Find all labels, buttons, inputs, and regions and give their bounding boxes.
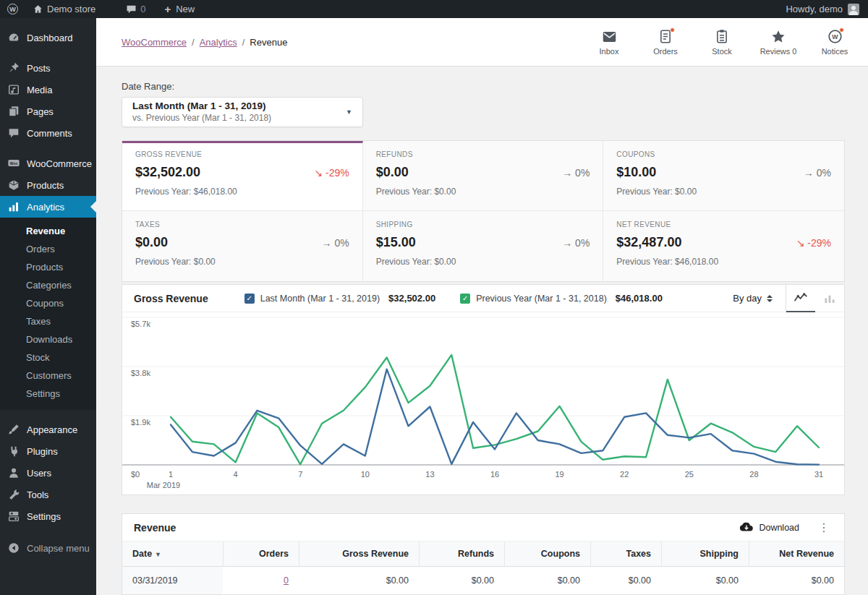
sidebar-item-dashboard[interactable]: Dashboard [0,27,96,48]
column-header-shipping[interactable]: Shipping [661,542,749,567]
products-box-icon [7,179,20,192]
legend-last-month[interactable]: ✓ Last Month (Mar 1 - 31, 2019) $32,502.… [244,293,435,304]
chart-area[interactable]: $0$1.9k$3.8k$5.7k1471013161922252831Mar … [122,312,844,495]
card-delta: ↘ -29% [796,237,831,249]
sidebar-item-label: Users [27,468,51,479]
menu-separator [0,410,96,419]
breadcrumb-woocommerce-link[interactable]: WooCommerce [122,37,187,48]
card-value: $0.00 [135,235,168,250]
submenu-item-settings[interactable]: Settings [0,385,96,403]
chart-title: Gross Revenue [134,293,208,304]
submenu-item-stock[interactable]: Stock [0,348,96,367]
card-previous: Previous Year: $0.00 [376,257,590,267]
download-button[interactable]: Download [739,522,799,533]
card-net-revenue[interactable]: NET REVENUE $32,487.00↘ -29% Previous Ye… [603,211,844,281]
card-delta: → 0% [804,167,831,179]
column-header-refunds[interactable]: Refunds [419,542,504,567]
interval-value: By day [733,293,762,304]
sidebar-item-plugins[interactable]: Plugins [0,440,96,462]
new-label: New [176,4,195,14]
card-value: $32,502.00 [135,165,200,180]
kebab-menu-icon[interactable]: ⋮ [815,521,833,534]
collapse-arrow-icon [7,542,20,555]
checkbox-checked-icon[interactable]: ✓ [244,294,255,304]
submenu-item-taxes[interactable]: Taxes [0,312,96,330]
account-menu[interactable]: Howdy, demo [777,4,868,15]
card-label: COUPONS [616,150,831,158]
sidebar-item-appearance[interactable]: Appearance [0,419,96,440]
column-header-orders[interactable]: Orders [223,542,299,567]
legend-label: Last Month (Mar 1 - 31, 2019) [260,294,380,304]
wordpress-logo-icon[interactable]: W [0,0,25,18]
legend-previous-year[interactable]: ✓ Previous Year (Mar 1 - 31, 2018) $46,0… [460,293,663,304]
submenu-item-coupons[interactable]: Coupons [0,294,96,312]
sidebar-item-label: Media [27,85,52,95]
cell-date: 03/31/2019 [122,567,223,594]
cell-net-revenue: $0.00 [749,567,844,594]
orders-button[interactable]: Orders [647,29,684,56]
date-range-primary: Last Month (Mar 1 - 31, 2019) [132,100,271,113]
svg-text:16: 16 [490,470,499,479]
chart-controls: By day [720,285,844,312]
checkbox-checked-icon[interactable]: ✓ [460,294,470,304]
card-gross-revenue[interactable]: GROSS REVENUE $32,502.00↘ -29% Previous … [122,141,363,211]
notices-button[interactable]: W Notices [816,29,854,56]
inbox-button[interactable]: Inbox [590,29,628,56]
card-refunds[interactable]: REFUNDS $0.00→ 0% Previous Year: $0.00 [363,141,604,211]
submenu-item-orders[interactable]: Orders [0,240,96,258]
comments-admin-link[interactable]: 0 [119,0,153,18]
line-chart-icon [793,292,808,303]
sidebar-item-analytics[interactable]: Analytics [0,196,96,218]
card-delta: → 0% [562,237,590,249]
submenu-item-downloads[interactable]: Downloads [0,330,96,348]
column-header-taxes[interactable]: Taxes [590,542,661,567]
sidebar-item-media[interactable]: Media [0,79,96,100]
collapse-menu-button[interactable]: Collapse menu [0,537,96,559]
card-shipping[interactable]: SHIPPING $15.00→ 0% Previous Year: $0.00 [363,211,604,281]
pages-icon [7,105,20,118]
interval-select[interactable]: By day [720,293,786,304]
svg-text:13: 13 [425,470,434,479]
reviews-button[interactable]: Reviews 0 [760,29,797,56]
summary-cards: GROSS REVENUE $32,502.00↘ -29% Previous … [122,140,845,282]
card-label: GROSS REVENUE [135,150,349,158]
sidebar-item-pages[interactable]: Pages [0,100,96,122]
column-header-gross-revenue[interactable]: Gross Revenue [299,542,419,567]
column-header-date[interactable]: Date▼ [122,542,223,567]
chart-header: Gross Revenue ✓ Last Month (Mar 1 - 31, … [122,285,844,312]
date-range-dropdown[interactable]: Last Month (Mar 1 - 31, 2019) vs. Previo… [122,97,363,127]
submenu-item-revenue[interactable]: Revenue [0,222,96,240]
card-taxes[interactable]: TAXES $0.00→ 0% Previous Year: $0.00 [122,211,363,281]
column-header-coupons[interactable]: Coupons [504,542,590,567]
sidebar-item-tools[interactable]: Tools [0,484,96,505]
submenu-item-categories[interactable]: Categories [0,276,96,294]
appearance-brush-icon [7,423,20,436]
submenu-item-customers[interactable]: Customers [0,367,96,385]
svg-text:22: 22 [620,470,629,479]
sidebar-item-products[interactable]: Products [0,174,96,196]
sidebar-item-users[interactable]: Users [0,462,96,484]
sort-chevron-icon: ▼ [155,551,161,558]
orders-count-link[interactable]: 0 [284,575,289,586]
sidebar-item-posts[interactable]: Posts [0,57,96,79]
submenu-item-products[interactable]: Products [0,258,96,276]
bar-chart-type-button[interactable] [815,285,844,312]
sidebar-item-woocommerce[interactable]: Woo WooCommerce [0,153,96,174]
stock-button[interactable]: Stock [703,29,741,56]
sidebar-item-settings[interactable]: Settings [0,505,96,527]
inbox-label: Inbox [600,47,619,56]
site-name-link[interactable]: Demo store [25,0,103,18]
settings-sliders-icon [7,510,20,523]
card-label: NET REVENUE [616,221,831,228]
column-header-net-revenue[interactable]: Net Revenue [749,542,844,567]
card-coupons[interactable]: COUPONS $10.00→ 0% Previous Year: $0.00 [603,141,844,211]
revenue-table-panel: Revenue Download ⋮ Date▼ Orders Gross Re… [122,513,845,595]
orders-label: Orders [653,47,678,56]
new-content-button[interactable]: + New [157,0,202,18]
stock-label: Stock [712,47,732,56]
breadcrumb-analytics-link[interactable]: Analytics [200,37,237,48]
main-content: Date Range: Last Month (Mar 1 - 31, 2019… [96,67,868,595]
sidebar-item-comments[interactable]: Comments [0,122,96,144]
line-chart-type-button[interactable] [786,285,815,312]
dashboard-icon [7,31,20,44]
